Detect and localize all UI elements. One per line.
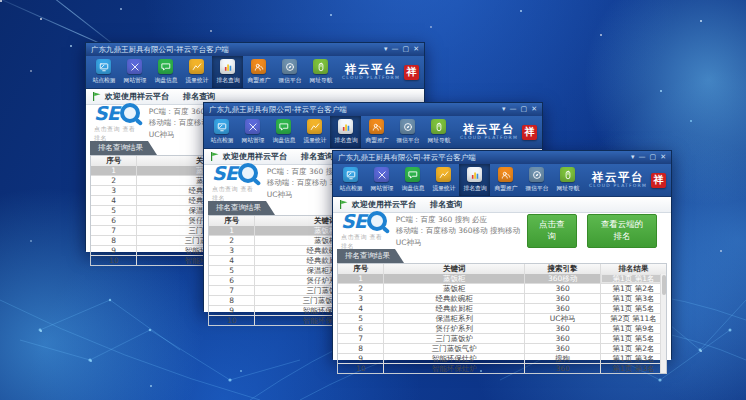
close-button[interactable]: ✕ xyxy=(660,151,666,164)
scrollbar-thumb[interactable] xyxy=(662,275,666,295)
users-icon xyxy=(251,59,266,74)
toolbar-item-bar-chart[interactable]: 排名查询 xyxy=(212,56,243,88)
toolbar-item-line-chart[interactable]: 流量统计 xyxy=(299,116,330,148)
cell-no: 1 xyxy=(209,226,254,235)
compass-icon xyxy=(282,59,297,74)
cell-no: 9 xyxy=(91,246,136,255)
seo-logo-caption: 点击查询 查看排名 xyxy=(341,233,388,251)
toolbar-item-users[interactable]: 商盟推广 xyxy=(243,56,274,88)
seo-logo-text: SE xyxy=(341,212,366,231)
cell-no: 2 xyxy=(338,284,383,293)
chat-icon xyxy=(276,119,291,134)
cell-engine: 360 xyxy=(524,324,600,333)
minimize-button[interactable]: — xyxy=(639,151,646,164)
cell-no: 10 xyxy=(91,256,136,265)
title-bar[interactable]: 广东九鼎王厨具有限公司-祥云平台客户端 ▾ — ▢ ✕ xyxy=(204,103,542,116)
toolbar-item-mouse[interactable]: 网址导航 xyxy=(305,56,336,88)
table-row[interactable]: 2蒸饭柜360第1页 第2名 xyxy=(338,283,666,293)
toolbar-item-line-chart[interactable]: 流量统计 xyxy=(181,56,212,88)
toolbar-item-monitor[interactable]: 站点检测 xyxy=(335,164,366,196)
toolbar-item-line-chart[interactable]: 流量统计 xyxy=(428,164,459,196)
toolbar-item-chat[interactable]: 询盘信息 xyxy=(268,116,299,148)
column-header: 关键词 xyxy=(383,264,524,274)
skin-button[interactable]: ▾ xyxy=(631,151,635,164)
cell-no: 3 xyxy=(91,186,136,195)
result-tab[interactable]: 排名查询结果 xyxy=(337,249,404,263)
toolbar-item-label: 流量统计 xyxy=(303,136,326,144)
column-header: 序号 xyxy=(209,216,254,226)
cell-keyword: 蒸饭柜 xyxy=(383,284,524,293)
table-row[interactable]: 5保温柜系列UC神马第2页 第11名 xyxy=(338,313,666,323)
minimize-button[interactable]: — xyxy=(510,103,517,116)
toolbar-item-users[interactable]: 商盟推广 xyxy=(490,164,521,196)
toolbar-item-label: 网站管理 xyxy=(123,76,146,84)
table-row[interactable]: 9智能环保灶炉搜狗第1页 第3名 xyxy=(338,353,666,363)
table-row[interactable]: 10智能环保灶炉360第1页 第3名 xyxy=(338,363,666,373)
users-icon xyxy=(498,167,513,182)
result-tab[interactable]: 排名查询结果 xyxy=(90,141,157,155)
cell-no: 7 xyxy=(338,334,383,343)
result-tab[interactable]: 排名查询结果 xyxy=(208,201,275,215)
cell-rank: 第1页 第3名 xyxy=(600,294,666,303)
table-row[interactable]: 4经典款厨柜360第1页 第5名 xyxy=(338,303,666,313)
toolbar-item-monitor[interactable]: 站点检测 xyxy=(88,56,119,88)
breadcrumb-section: 排名查询 xyxy=(301,151,333,162)
toolbar-item-compass[interactable]: 微信平台 xyxy=(521,164,552,196)
toolbar-item-chat[interactable]: 询盘信息 xyxy=(397,164,428,196)
toolbar-item-label: 站点检测 xyxy=(210,136,233,144)
toolbar-item-compass[interactable]: 微信平台 xyxy=(392,116,423,148)
cell-no: 2 xyxy=(91,176,136,185)
toolbar-item-chat[interactable]: 询盘信息 xyxy=(150,56,181,88)
maximize-button[interactable]: ▢ xyxy=(521,103,528,116)
close-button[interactable]: ✕ xyxy=(531,103,537,116)
query-button[interactable]: 点击查询 xyxy=(527,214,577,248)
cell-no: 10 xyxy=(209,316,254,325)
brand-badge-icon: 祥 xyxy=(522,125,537,140)
toolbar-item-tools[interactable]: 网站管理 xyxy=(119,56,150,88)
cell-rank: 第1页 第1名 xyxy=(600,274,666,283)
toolbar-item-tools[interactable]: 网站管理 xyxy=(366,164,397,196)
maximize-button[interactable]: ▢ xyxy=(403,43,410,56)
toolbar-item-bar-chart[interactable]: 排名查询 xyxy=(330,116,361,148)
cell-rank: 第2页 第11名 xyxy=(600,314,666,323)
cloud-rank-button[interactable]: 查看云端的排名 xyxy=(587,214,657,248)
cell-no: 5 xyxy=(338,314,383,323)
cell-keyword: 智能环保灶炉 xyxy=(383,354,524,363)
maximize-button[interactable]: ▢ xyxy=(650,151,657,164)
brand-logo: 祥云平台 CLOUD PLATFORM 祥 xyxy=(589,164,669,196)
minimize-button[interactable]: — xyxy=(392,43,399,56)
cell-keyword: 经典款厨柜 xyxy=(383,304,524,313)
engine-list-pc: PC端：百度 360 搜狗 必应 xyxy=(396,214,527,225)
close-button[interactable]: ✕ xyxy=(413,43,419,56)
skin-button[interactable]: ▾ xyxy=(384,43,388,56)
column-header: 搜索引擎 xyxy=(524,264,600,274)
monitor-icon xyxy=(343,167,358,182)
table-scrollbar[interactable] xyxy=(660,274,666,373)
toolbar-item-bar-chart[interactable]: 排名查询 xyxy=(459,164,490,196)
toolbar-item-label: 站点检测 xyxy=(92,76,115,84)
table-row[interactable]: 1蒸饭柜360移动第1页 第1名 xyxy=(338,274,666,283)
tools-icon xyxy=(374,167,389,182)
toolbar-item-mouse[interactable]: 网址导航 xyxy=(423,116,454,148)
line-chart-icon xyxy=(307,119,322,134)
toolbar-item-compass[interactable]: 微信平台 xyxy=(274,56,305,88)
table-row[interactable]: 6煲仔炉系列360第1页 第9名 xyxy=(338,323,666,333)
toolbar-item-monitor[interactable]: 站点检测 xyxy=(206,116,237,148)
toolbar-item-label: 网址导航 xyxy=(309,76,332,84)
cell-no: 6 xyxy=(209,276,254,285)
skin-button[interactable]: ▾ xyxy=(502,103,506,116)
title-bar[interactable]: 广东九鼎王厨具有限公司-祥云平台客户端 ▾ — ▢ ✕ xyxy=(333,151,671,164)
breadcrumb-section: 排名查询 xyxy=(183,91,215,102)
seo-logo: SE 点击查询 查看排名 xyxy=(341,211,388,251)
title-bar[interactable]: 广东九鼎王厨具有限公司-祥云平台客户端 ▾ — ▢ ✕ xyxy=(86,43,424,56)
toolbar-item-users[interactable]: 商盟推广 xyxy=(361,116,392,148)
cell-no: 8 xyxy=(91,236,136,245)
table-header-row: 序号关键词搜索引擎排名结果 xyxy=(338,264,666,274)
seo-logo-caption: 点击查询 查看排名 xyxy=(212,185,259,203)
toolbar-item-tools[interactable]: 网站管理 xyxy=(237,116,268,148)
toolbar-item-mouse[interactable]: 网址导航 xyxy=(552,164,583,196)
cell-no: 10 xyxy=(338,364,383,373)
table-row[interactable]: 3经典款碗柜360第1页 第3名 xyxy=(338,293,666,303)
table-row[interactable]: 8三门蒸饭气炉360第1页 第2名 xyxy=(338,343,666,353)
table-row[interactable]: 7三门蒸饭炉360第1页 第5名 xyxy=(338,333,666,343)
